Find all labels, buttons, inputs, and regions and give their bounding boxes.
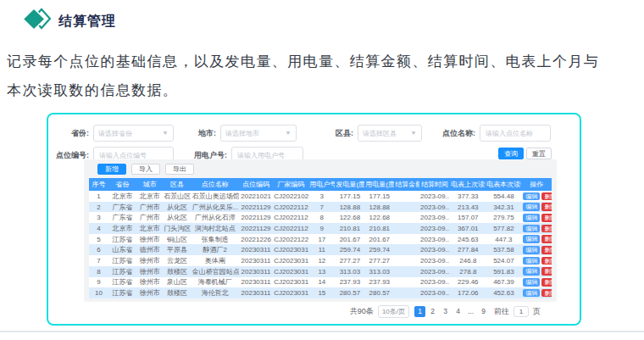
- table-cell: 2023-09..: [419, 212, 451, 223]
- delete-button[interactable]: 删除: [541, 289, 552, 298]
- page-size-select[interactable]: 10条/页: [378, 305, 409, 318]
- table-cell: 11: [308, 244, 335, 255]
- column-header: 序号: [89, 178, 108, 191]
- edit-button[interactable]: 编辑: [523, 246, 540, 254]
- delete-button[interactable]: 删除: [541, 235, 552, 243]
- city-select[interactable]: 请选择地市 ▼: [220, 125, 297, 142]
- delete-button[interactable]: 删除: [541, 203, 552, 211]
- edit-button[interactable]: 编辑: [523, 257, 540, 265]
- table-toolbar: 新增 导入 导出: [84, 159, 557, 175]
- table-cell: [394, 191, 419, 202]
- table-cell: 157.07: [450, 212, 486, 223]
- table-cell: 德州市: [136, 244, 163, 255]
- table-cell: 213.43: [450, 202, 486, 213]
- table-cell: 9: [89, 277, 108, 288]
- actions-cell: 编辑删除: [521, 244, 552, 255]
- table-cell: 172.06: [450, 287, 486, 298]
- actions-cell: 编辑删除: [521, 202, 552, 213]
- delete-button[interactable]: 删除: [541, 267, 552, 276]
- settlement-card: 省份: 请选择省份 ▼ 地市: 请选择地市 ▼ 区县: 请选择区县 ▼ 点位名称…: [47, 113, 581, 326]
- table-cell: CJ20230311: [273, 255, 308, 266]
- table-cell: 徐州市: [136, 266, 163, 277]
- table-cell: 14: [308, 277, 335, 288]
- table-cell: 山东省: [108, 244, 136, 255]
- delete-button[interactable]: 删除: [541, 246, 552, 254]
- table-cell: 广州从化石潭: [192, 212, 239, 223]
- page-button[interactable]: 1: [414, 306, 425, 317]
- point-name-input[interactable]: [480, 125, 551, 142]
- page-button[interactable]: 2: [427, 306, 438, 317]
- column-header: 点位编码: [239, 178, 273, 191]
- filter-actions: 查询 重置: [498, 148, 552, 159]
- filter-district: 区县: 请选择区县 ▼: [318, 125, 422, 142]
- table-cell: CJ20221129: [273, 212, 308, 223]
- table-cell: 徐州市: [136, 287, 163, 298]
- table-cell: 门头沟区: [163, 223, 191, 234]
- table-cell: 554.48: [486, 191, 521, 202]
- table-cell: 泉山区: [163, 277, 191, 288]
- column-header: 厂家编码: [273, 178, 308, 191]
- table-cell: 2023-09..: [419, 191, 451, 202]
- edit-button[interactable]: 编辑: [523, 289, 540, 298]
- table-cell: 20221129: [239, 212, 273, 223]
- column-header: 用电量(度): [364, 178, 394, 191]
- table-cell: 江苏省: [108, 287, 136, 298]
- table-cell: 广州从化吴乐...: [192, 202, 239, 213]
- edit-button[interactable]: 编辑: [523, 214, 540, 222]
- page-button[interactable]: 4: [452, 306, 464, 317]
- filter-province: 省份: 请选择省份 ▼: [55, 125, 174, 142]
- search-button[interactable]: 查询: [498, 148, 524, 159]
- delete-button[interactable]: 删除: [541, 214, 552, 222]
- table-cell: 245.63: [450, 234, 486, 245]
- column-header: 省份: [108, 178, 136, 191]
- table-cell: 20221226: [239, 234, 273, 245]
- delete-button[interactable]: 删除: [541, 192, 552, 201]
- delete-button[interactable]: 删除: [541, 278, 552, 287]
- point-name-label: 点位名称:: [435, 128, 475, 139]
- edit-button[interactable]: 编辑: [523, 203, 540, 211]
- table-row: 4北京市北京市门头沟区涧沟村北站点20221129CJ202211299210.…: [89, 223, 552, 234]
- table-cell: CJ20230311: [273, 266, 308, 277]
- table-cell: 278.8: [450, 266, 486, 277]
- table-cell: 8: [308, 212, 335, 223]
- table-cell: 20230311: [239, 287, 273, 298]
- table-cell: 从化区: [163, 202, 191, 213]
- edit-button[interactable]: 编辑: [523, 267, 540, 276]
- table-cell: 201.67: [364, 234, 394, 245]
- table-cell: 2023-09..: [419, 287, 451, 298]
- table-cell: CJ20221129: [273, 202, 308, 213]
- table-cell: 2023-09..: [419, 255, 451, 266]
- column-header: 城市: [136, 178, 163, 191]
- table-cell: 2023-09..: [419, 266, 451, 277]
- add-button[interactable]: 新增: [97, 164, 126, 175]
- table-cell: 北京市: [136, 191, 163, 202]
- filter-city: 地市: 请选择地市 ▼: [182, 125, 297, 142]
- page-button[interactable]: 9: [478, 306, 489, 317]
- table-cell: 鼓楼区: [163, 287, 191, 298]
- edit-button[interactable]: 编辑: [523, 235, 540, 243]
- edit-button[interactable]: 编辑: [523, 278, 540, 287]
- total-count: 共90条: [350, 306, 374, 317]
- table-cell: 377.33: [450, 191, 486, 202]
- page-button[interactable]: 3: [440, 306, 451, 317]
- goto-page-input[interactable]: [514, 306, 529, 317]
- export-button[interactable]: 导出: [165, 164, 194, 175]
- table-cell: 广东省: [108, 212, 136, 223]
- delete-button[interactable]: 删除: [541, 257, 552, 265]
- delete-button[interactable]: 删除: [541, 225, 552, 233]
- actions-cell: 编辑删除: [521, 234, 552, 245]
- table-panel: 新增 导入 导出 序号省份城市区县点位名称点位编码厂家编码用电户号发电量(度)用…: [84, 159, 557, 302]
- edit-button[interactable]: 编辑: [523, 225, 540, 233]
- district-select[interactable]: 请选择区县 ▼: [358, 125, 422, 142]
- table-cell: 177.15: [364, 191, 394, 202]
- table-row: 3广东省广州市从化区广州从化石潭20221129CJ202211298122.6…: [89, 212, 552, 223]
- reset-button[interactable]: 重置: [526, 148, 552, 159]
- table-cell: 江苏省: [108, 266, 136, 277]
- table-cell: [394, 277, 419, 288]
- import-button[interactable]: 导入: [131, 164, 160, 175]
- province-select[interactable]: 请选择省份 ▼: [93, 125, 174, 142]
- edit-button[interactable]: 编辑: [523, 192, 540, 201]
- table-cell: 277.27: [364, 255, 394, 266]
- table-cell: 12: [308, 255, 335, 266]
- table-cell: 467.39: [486, 277, 521, 288]
